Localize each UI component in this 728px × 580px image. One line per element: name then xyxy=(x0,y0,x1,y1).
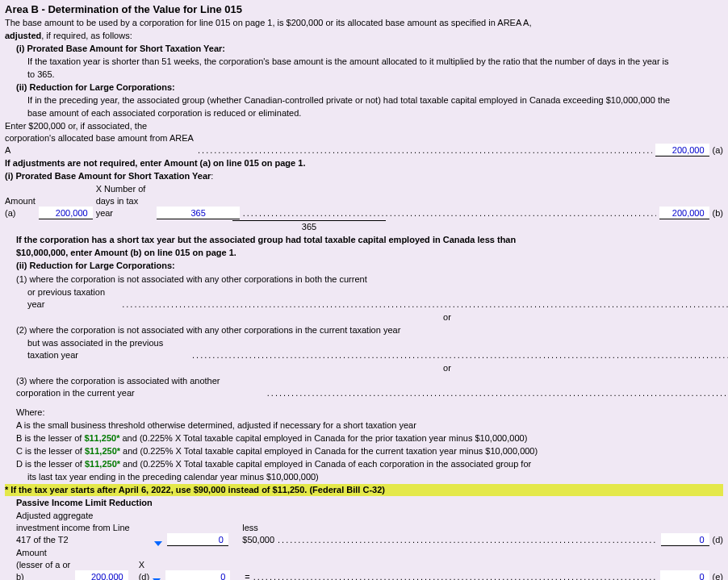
marker-b: (b) xyxy=(713,207,723,219)
dots xyxy=(198,144,652,156)
days-input[interactable]: 365 xyxy=(157,207,239,219)
xd: X (d) xyxy=(139,559,149,580)
marker-e: (e) xyxy=(713,571,723,580)
pir-l2: Amount (lesser of a or b) xyxy=(16,547,72,580)
where-d1: D is the lesser of $11,250* and (0.225% … xyxy=(5,458,723,470)
or-2: or xyxy=(5,362,728,374)
case-2a: (2) where the corporation is not associa… xyxy=(5,324,728,336)
where-c: C is the lesser of $11,250* and (0.225% … xyxy=(5,445,723,457)
pir-l1: Adjusted aggregate investment income fro… xyxy=(16,510,132,546)
short-tax-note-1: If the corporation has a short tax year … xyxy=(5,234,723,246)
dots xyxy=(253,571,657,580)
adj-not-required: If adjustments are not required, enter A… xyxy=(5,157,723,169)
amount-b-field[interactable]: 200,000 xyxy=(659,207,709,219)
intro-line-1: The base amount to be used by a corporat… xyxy=(5,17,723,29)
i-text-2: to 365. xyxy=(5,69,723,81)
short-tax-note-2: $10,000,000, enter Amount (b) on line 01… xyxy=(5,247,723,259)
where-b: B is the lesser of $11,250* and (0.225% … xyxy=(5,432,723,444)
less-50k: less $50,000 xyxy=(242,522,274,546)
amount-e-field[interactable]: 0 xyxy=(660,570,709,580)
pir-row-1: Adjusted aggregate investment income fro… xyxy=(5,510,723,546)
amount-a-field[interactable]: 200,000 xyxy=(655,144,709,156)
case-1b: or previous taxation year xyxy=(5,286,728,311)
pir-ab-field[interactable]: 200,000 xyxy=(75,570,128,580)
ii-heading: (ii) Reduction for Large Corporations: xyxy=(5,81,723,94)
pir-row-2: Amount (lesser of a or b) 200,000 X (d) … xyxy=(5,547,723,580)
case-3: (3) where the corporation is associated … xyxy=(5,375,728,399)
where-d2: its last tax year ending in the precedin… xyxy=(5,471,723,483)
dots xyxy=(267,387,728,399)
prorated-calc-row: Amount (a) 200,000 X Number of days in t… xyxy=(5,183,723,219)
dots xyxy=(122,298,728,311)
i-text-1: If the taxation year is shorter than 51 … xyxy=(5,56,723,68)
ii-text-2: base amount of each associated corporati… xyxy=(5,107,723,119)
intro-line-2: adjusted, if required, as follows: xyxy=(5,30,723,42)
where-a: A is the small business threshold otherw… xyxy=(5,419,723,432)
case-2b-text: but was associated in the previous taxat… xyxy=(27,337,189,361)
fraction-bar: 365 xyxy=(232,220,386,233)
case-1b-text: or previous taxation year xyxy=(27,286,119,311)
case-2b: but was associated in the previous taxat… xyxy=(5,337,728,361)
amount-d-field[interactable]: 0 xyxy=(661,533,709,546)
area-b-title: Area B - Determination of the Value for … xyxy=(5,3,723,15)
marker-a: (a) xyxy=(713,144,723,156)
or-1: or xyxy=(5,311,728,323)
dots xyxy=(192,349,728,361)
dropdown-icon[interactable] xyxy=(154,541,162,546)
highlight-note: * If the tax year starts after April 6, … xyxy=(5,484,723,496)
ii-heading-2: (ii) Reduction for Large Corporations: xyxy=(5,260,723,272)
i-heading-2: (i) Prorated Base Amount for Short Taxat… xyxy=(5,170,723,182)
case-3-text: (3) where the corporation is associated … xyxy=(16,375,264,399)
intro-tail: , if required, as follows: xyxy=(41,31,132,40)
marker-d: (d) xyxy=(713,534,723,546)
amount-a-input[interactable]: 200,000 xyxy=(39,207,93,219)
pir-417-field[interactable]: 0 xyxy=(167,533,228,546)
enter-200k-row: Enter $200,000 or, if associated, the co… xyxy=(5,120,723,156)
amount-a-label: Amount (a) xyxy=(5,195,36,219)
ii-text-1: If in the preceding year, the associated… xyxy=(5,94,723,106)
dots xyxy=(278,534,658,546)
case-1a: (1) where the corporation is not associa… xyxy=(5,273,728,286)
adjusted-word: adjusted xyxy=(5,31,41,40)
dots xyxy=(243,207,656,219)
xdays-label: X Number of days in tax year xyxy=(96,183,154,219)
equals: = xyxy=(245,571,249,580)
pir-heading: Passive Income Limit Reduction xyxy=(5,497,723,509)
where: Where: xyxy=(5,407,723,419)
enter-200k-label: Enter $200,000 or, if associated, the co… xyxy=(5,120,195,156)
i-heading: (i) Prorated Base Amount for Short Taxat… xyxy=(5,43,723,55)
pir-d-field[interactable]: 0 xyxy=(165,570,230,580)
